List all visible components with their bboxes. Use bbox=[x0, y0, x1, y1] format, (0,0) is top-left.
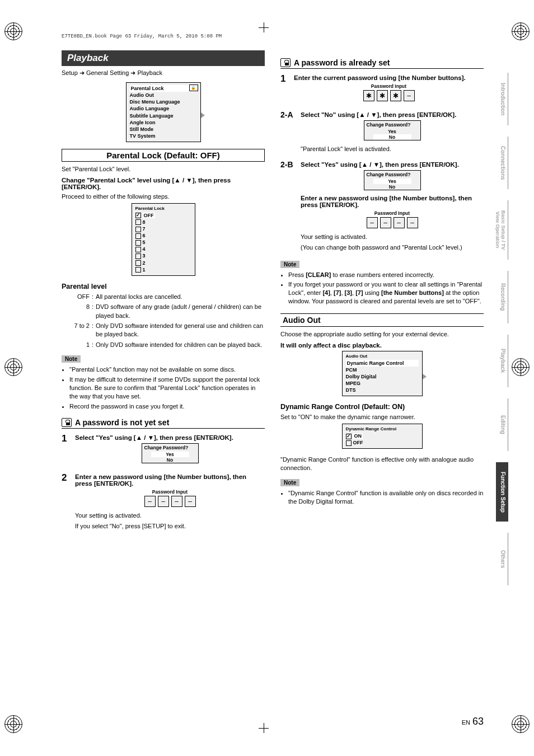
menu-item: Still Mode bbox=[130, 126, 197, 133]
crop-mark bbox=[4, 22, 22, 40]
heading-parental-lock: Parental Lock (Default: OFF) bbox=[62, 149, 265, 162]
menu-item: Audio Out bbox=[130, 92, 197, 98]
osd-change-password: Change Password? Yes No bbox=[364, 170, 421, 190]
crop-mark bbox=[512, 715, 530, 733]
heading-password-not-set: A password is not yet set bbox=[62, 418, 265, 429]
crop-mark bbox=[4, 358, 22, 376]
menu-item: MPEG bbox=[346, 380, 419, 387]
tab-playback[interactable]: Playback bbox=[496, 335, 508, 387]
notes-list: Press [CLEAR] to erase numbers entered i… bbox=[280, 271, 484, 306]
book-header: E7TE0BD_EN.book Page 63 Friday, March 5,… bbox=[62, 34, 222, 39]
note-label: Note bbox=[62, 355, 81, 363]
osd-audio-out-menu: Audio Out Dynamic Range Control PCM Dolb… bbox=[342, 351, 423, 397]
osd-password-input: Password Input – – – – bbox=[75, 489, 265, 507]
notes-list: "Dynamic Range Control" function is avai… bbox=[280, 489, 484, 506]
note-item: Record the password in case you forget i… bbox=[69, 402, 265, 411]
text: Set "Parental Lock" level. bbox=[62, 165, 265, 173]
osd-change-password: Change Password? Yes No bbox=[142, 443, 199, 463]
step-2b: 2-B Select "Yes" using [▲ / ▼], then pre… bbox=[280, 160, 484, 254]
heading-parental-level: Parental level bbox=[62, 283, 265, 290]
osd-password-input: Password Input ✱ ✱ ✱ – bbox=[294, 83, 484, 101]
heading-password-already-set: A password is already set bbox=[280, 58, 484, 69]
breadcrumb: Setup ➜ General Setting ➜ Playback bbox=[62, 69, 265, 77]
osd-password-input: Password Input – – – – bbox=[301, 210, 484, 228]
notes-list: "Parental Lock" function may not be avai… bbox=[62, 365, 265, 410]
step-1: 1 Enter the current password using [the … bbox=[280, 73, 484, 106]
note-item: It may be difficult to determine if some… bbox=[69, 375, 265, 401]
text: Choose the appropriate audio setting for… bbox=[280, 330, 484, 339]
level-descriptions: OFF:All parental locks are cancelled. 8:… bbox=[62, 293, 265, 349]
tab-introduction[interactable]: Introduction bbox=[496, 73, 508, 125]
page-number: EN63 bbox=[462, 716, 484, 727]
tab-connections[interactable]: Connections bbox=[496, 137, 508, 189]
tab-basic-setup[interactable]: Basic Setup / TV View Operation bbox=[496, 200, 508, 260]
menu-item: TV System bbox=[130, 133, 197, 139]
menu-arrow-icon bbox=[201, 112, 205, 118]
menu-item: DTS bbox=[346, 387, 419, 393]
note-label: Note bbox=[280, 479, 299, 486]
tab-function-setup[interactable]: Function Setup bbox=[496, 462, 508, 522]
osd-change-password: Change Password? Yes No bbox=[364, 120, 421, 140]
crop-mark bbox=[259, 22, 269, 32]
text: "Dynamic Range Control" function is effe… bbox=[280, 456, 484, 472]
menu-item: Dolby Digital bbox=[346, 373, 419, 380]
osd-playback-menu: 🔒 Parental Lock Audio Out Disc Menu Lang… bbox=[126, 82, 201, 142]
sidebar-tabs: Introduction Connections Basic Setup / T… bbox=[496, 73, 508, 585]
menu-item: Subtitle Language bbox=[130, 112, 197, 119]
note-label: Note bbox=[280, 261, 299, 268]
heading-audio-out: Audio Out bbox=[280, 313, 484, 327]
menu-item: Disc Menu Language bbox=[130, 98, 197, 105]
note-item: If you forget your password or you want … bbox=[288, 280, 484, 306]
step-2a: 2-A Select "No" using [▲ / ▼], then pres… bbox=[280, 110, 484, 156]
instruction: Change "Parental Lock" level using [▲ / … bbox=[62, 177, 265, 190]
menu-item: Dynamic Range Control bbox=[346, 360, 419, 367]
crop-mark bbox=[259, 723, 269, 733]
section-title-playback: Playback bbox=[62, 50, 265, 66]
note-item: Press [CLEAR] to erase numbers entered i… bbox=[288, 271, 484, 279]
menu-arrow-icon bbox=[423, 374, 427, 379]
menu-item: Parental Lock bbox=[130, 85, 197, 92]
text: Proceed to either of the following steps… bbox=[62, 192, 265, 201]
heading-drc: Dynamic Range Control (Default: ON) bbox=[280, 403, 484, 411]
menu-item: PCM bbox=[346, 367, 419, 373]
menu-item: Angle Icon bbox=[130, 119, 197, 126]
crop-mark bbox=[512, 358, 530, 376]
note-item: "Parental Lock" function may not be avai… bbox=[69, 365, 265, 374]
tab-others[interactable]: Others bbox=[496, 533, 508, 585]
step-2: 2 Enter a new password using [the Number… bbox=[62, 472, 265, 533]
crop-mark bbox=[512, 22, 530, 40]
osd-parental-levels: Parental Lock OFF 8 7 6 5 4 3 2 1 bbox=[132, 203, 195, 276]
text: Set to "ON" to make the dynamic range na… bbox=[280, 413, 484, 421]
lock-icon: 🔒 bbox=[189, 84, 198, 91]
text-bold: It will only affect a disc playback. bbox=[280, 342, 484, 349]
osd-drc-menu: Dynamic Range Control ON OFF bbox=[342, 424, 423, 449]
tab-editing[interactable]: Editing bbox=[496, 398, 508, 451]
step-1: 1 Select "Yes" using [▲ / ▼], then press… bbox=[62, 433, 265, 468]
tab-recording[interactable]: Recording bbox=[496, 271, 508, 323]
menu-item: Audio Language bbox=[130, 105, 197, 112]
crop-mark bbox=[4, 715, 22, 733]
note-item: "Dynamic Range Control" function is avai… bbox=[288, 489, 484, 506]
unlock-icon bbox=[62, 418, 72, 427]
lock-icon bbox=[280, 58, 291, 67]
